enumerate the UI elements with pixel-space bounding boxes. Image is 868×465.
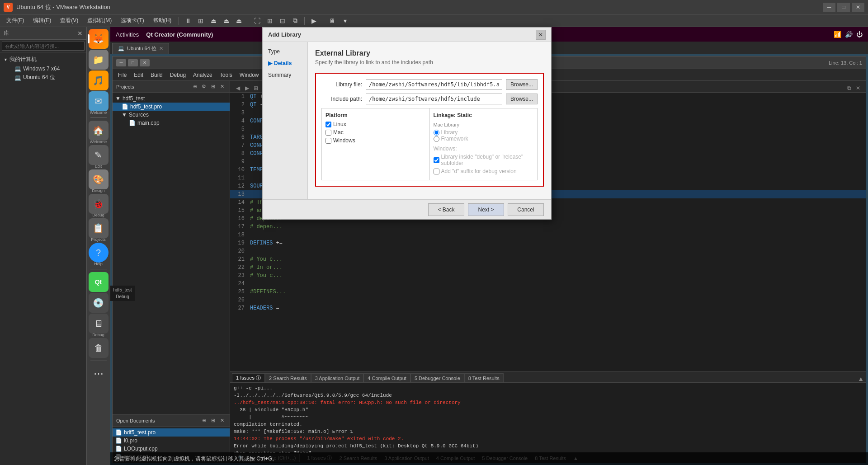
library-file-label: Library file: xyxy=(321,81,362,88)
platform-mac-label: Mac xyxy=(333,129,344,136)
include-path-browse-button[interactable]: Browse... xyxy=(506,94,538,104)
platform-linux-checkbox[interactable] xyxy=(326,122,331,127)
modal-content-area: External Library Specify the library to … xyxy=(308,42,551,199)
windows-section: Windows: Library inside "debug" or "rele… xyxy=(434,146,534,174)
windows-d-suffix-row: Add "d" suffix for debug version xyxy=(434,168,534,174)
modal-nav-summary[interactable]: Summary xyxy=(263,69,307,81)
library-file-row: Library file: Browse... xyxy=(321,79,538,90)
modal-footer: < Back Next > Cancel xyxy=(263,199,551,219)
include-path-label: Include path: xyxy=(321,96,362,102)
platform-mac-checkbox[interactable] xyxy=(326,130,331,136)
library-file-browse-button[interactable]: Browse... xyxy=(506,79,538,90)
platform-windows-row: Windows xyxy=(326,137,426,144)
back-button[interactable]: < Back xyxy=(428,203,464,216)
linkage-column: Linkage: Static Mac Library Library Fram… xyxy=(430,108,538,180)
windows-subfolder-checkbox[interactable] xyxy=(434,157,439,163)
windows-dsuffix-label: Add "d" suffix for debug version xyxy=(441,168,517,174)
library-form-section: Library file: Browse... Include path: Br… xyxy=(315,73,544,187)
modal-close-button[interactable]: ✕ xyxy=(536,30,546,40)
modal-nav-details-label: Details xyxy=(274,60,292,66)
windows-subfolder-label: Library inside "debug" or "release" subf… xyxy=(441,154,534,166)
modal-page-subtitle: Specify the library to link to and the i… xyxy=(315,59,544,66)
mac-library-section: Mac Library Library Framework xyxy=(434,122,534,142)
windows-section-title: Windows: xyxy=(434,146,534,152)
modal-page-title: External Library xyxy=(315,49,544,57)
platform-windows-label: Windows xyxy=(333,137,355,144)
modal-body: Type ▶ Details Summary External Library … xyxy=(263,42,551,199)
platform-linux-row: Linux xyxy=(326,121,426,127)
platform-windows-checkbox[interactable] xyxy=(326,138,331,144)
modal-nav-type[interactable]: Type xyxy=(263,46,307,57)
linkage-col-header: Linkage: Static xyxy=(434,112,534,118)
windows-debug-release-row: Library inside "debug" or "release" subf… xyxy=(434,154,534,166)
add-library-dialog: Add Library ✕ Type ▶ Details Summary Ext… xyxy=(262,27,552,220)
mac-library-radio[interactable] xyxy=(434,130,439,136)
next-button[interactable]: Next > xyxy=(468,203,504,216)
platform-linkage-section: Platform Linux Mac Windows xyxy=(321,108,538,180)
mac-framework-radio-label: Framework xyxy=(441,136,468,142)
include-path-input[interactable] xyxy=(366,94,502,104)
mac-radio-framework-row: Framework xyxy=(434,136,534,142)
mac-framework-radio[interactable] xyxy=(434,136,439,142)
mac-library-title: Mac Library xyxy=(434,122,534,127)
modal-nav-details[interactable]: ▶ Details xyxy=(263,57,307,69)
windows-dsuffix-checkbox[interactable] xyxy=(434,169,439,174)
add-library-overlay: Add Library ✕ Type ▶ Details Summary Ext… xyxy=(0,0,868,465)
platform-column: Platform Linux Mac Windows xyxy=(322,108,430,180)
library-file-input[interactable] xyxy=(366,79,502,90)
modal-title-bar: Add Library ✕ xyxy=(263,28,551,42)
modal-nav-type-label: Type xyxy=(268,48,280,55)
modal-left-nav: Type ▶ Details Summary xyxy=(263,42,308,199)
platform-col-header: Platform xyxy=(326,112,426,118)
modal-nav-summary-label: Summary xyxy=(268,72,291,78)
mac-library-radio-label: Library xyxy=(441,129,458,136)
platform-mac-row: Mac xyxy=(326,129,426,136)
mac-radio-library-row: Library xyxy=(434,129,534,136)
include-path-row: Include path: Browse... xyxy=(321,94,538,104)
modal-nav-details-arrow: ▶ xyxy=(268,60,272,66)
cancel-button[interactable]: Cancel xyxy=(508,203,544,216)
platform-linux-label: Linux xyxy=(333,121,346,127)
modal-title-text: Add Library xyxy=(268,31,301,38)
